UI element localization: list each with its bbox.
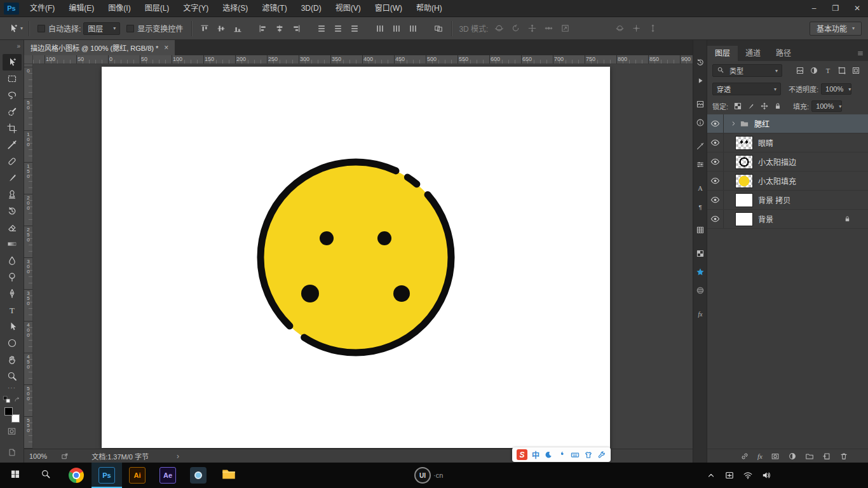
color-sampler-icon[interactable] [695,140,706,152]
distribute-vertical-centers-icon[interactable] [331,22,345,36]
filter-type-icon[interactable]: T [821,64,835,77]
adjustment-layer-icon[interactable] [788,452,797,461]
menu-item-0[interactable]: 文件(F) [24,0,60,17]
history-icon[interactable] [695,57,706,68]
tab-close-icon[interactable]: × [164,43,168,52]
menu-item-4[interactable]: 文字(Y) [177,0,214,17]
layer-thumbnail[interactable] [735,155,753,169]
quick-selection-tool[interactable] [3,104,22,120]
sogou-logo[interactable]: S [517,449,527,460]
layer-thumbnail[interactable] [735,136,753,150]
gradient-tool[interactable] [3,236,22,252]
panel-tab-0[interactable]: 图层 [707,46,738,61]
layer-visibility-toggle[interactable] [707,114,724,133]
move-tool[interactable] [3,54,22,71]
pen-tool[interactable] [3,285,22,302]
checkbox-box[interactable] [37,25,45,32]
layer-visibility-toggle[interactable] [707,172,724,190]
notes-icon[interactable] [8,448,17,463]
lasso-tool[interactable] [3,87,22,104]
layer-row[interactable]: 背景 [707,210,868,229]
wifi-icon[interactable] [743,470,753,480]
hand-tool[interactable] [3,351,22,368]
layer-thumbnail[interactable] [735,193,753,207]
ellipse-tool[interactable] [3,335,22,351]
foreground-color-swatch[interactable] [4,407,13,416]
status-expand-icon[interactable]: › [177,452,179,461]
export-icon[interactable] [61,452,69,460]
lock-transparent-icon[interactable] [731,100,744,112]
close-button[interactable]: ✕ [846,0,868,17]
3d-roll-icon[interactable] [508,22,522,36]
input-indicator-icon[interactable] [724,470,735,480]
crop-tool[interactable] [3,120,22,137]
align-top-edges-icon[interactable] [198,22,212,36]
ellipsis-icon[interactable]: ··· [8,384,16,393]
distribute-top-edges-icon[interactable] [315,22,329,36]
lock-all-icon[interactable] [771,100,784,112]
layer-mask-icon[interactable] [771,452,780,461]
menu-item-10[interactable]: 帮助(H) [410,0,448,17]
ruler-corner[interactable] [24,55,33,64]
path-selection-tool[interactable] [3,318,22,335]
input-mode-chinese[interactable]: 中 [532,449,539,460]
menu-item-3[interactable]: 图层(L) [139,0,175,17]
patterns-icon[interactable] [695,224,706,236]
info-icon[interactable] [695,117,706,128]
dodge-tool[interactable] [3,269,22,285]
layer-filter-dropdown[interactable]: 类型 ▾ [712,64,782,77]
blend-mode-dropdown[interactable]: 穿透 ▾ [712,83,781,95]
libraries-icon[interactable] [695,98,706,110]
start-button[interactable] [0,463,31,488]
restore-button[interactable]: ❐ [825,0,846,17]
layer-row[interactable]: 小太阳填充 [707,172,868,191]
rectangular-marquee-tool[interactable] [3,71,22,87]
panel-tab-2[interactable]: 路径 [768,46,799,61]
workspace-switcher[interactable]: 基本功能 ▾ [810,22,862,36]
zoom-level[interactable]: 100% [29,452,47,460]
filter-pixel-icon[interactable] [793,64,807,77]
layer-row[interactable]: 小太阳描边 [707,152,868,172]
illustrator-app[interactable]: Ai [122,463,153,488]
menu-item-1[interactable]: 编辑(E) [63,0,100,17]
volume-icon[interactable] [761,470,771,480]
punctuation-icon[interactable] [557,451,566,459]
layer-row[interactable]: 背景 拷贝 [707,191,868,210]
type-tool[interactable]: T [3,302,22,318]
align-left-edges-icon[interactable] [256,22,270,36]
align-right-edges-icon[interactable] [289,22,303,36]
canvas-viewport[interactable] [33,64,693,449]
blur-tool[interactable] [3,252,22,269]
auto-select-checkbox[interactable]: 自动选择: [37,23,81,34]
group-expand-icon[interactable] [730,120,737,127]
eyedropper-tool[interactable] [3,137,22,153]
horizontal-ruler[interactable]: 1005005010015020025030035040045050055060… [33,55,693,64]
lock-paint-icon[interactable] [744,100,757,112]
align-bottom-edges-icon[interactable] [231,22,245,36]
3d-dolly-camera-icon[interactable] [646,22,660,36]
layer-visibility-toggle[interactable] [707,152,724,171]
auto-select-target-dropdown[interactable]: 图层 ▾ [83,22,120,35]
favorites-star-icon[interactable] [695,266,706,278]
menu-item-8[interactable]: 视图(V) [330,0,367,17]
distribute-horizontal-centers-icon[interactable] [390,22,403,36]
filter-smart-icon[interactable] [849,64,863,77]
vertical-ruler[interactable]: 050100150200250300350400450500550 [24,64,33,449]
auto-align-layers-icon[interactable] [431,22,445,36]
filter-adjustment-icon[interactable] [807,64,821,77]
panel-tab-1[interactable]: 通道 [738,46,768,61]
skin-icon[interactable] [584,451,593,459]
layer-thumbnail[interactable] [735,174,753,188]
brush-tool[interactable] [3,170,22,186]
distribute-bottom-edges-icon[interactable] [348,22,362,36]
capture-app[interactable] [183,463,214,488]
link-layers-icon[interactable] [740,452,749,461]
eraser-tool[interactable] [3,219,22,236]
zoom-tool[interactable] [3,368,22,384]
layer-group-row[interactable]: 腮红 [707,114,868,133]
filter-shape-icon[interactable] [835,64,849,77]
toolbox-icon[interactable] [597,451,606,459]
layer-visibility-toggle[interactable] [707,210,724,228]
menu-item-9[interactable]: 窗口(W) [369,0,408,17]
default-colors-icon[interactable] [3,395,21,404]
